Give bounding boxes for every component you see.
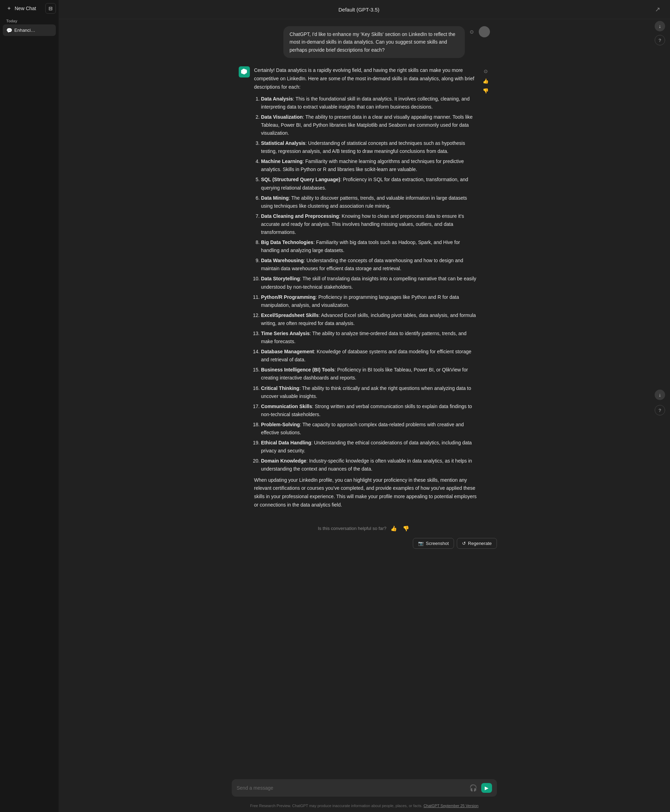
screenshot-icon: 📷 xyxy=(418,541,424,546)
skill-item-13: Time Series Analysis: The ability to ana… xyxy=(261,329,477,346)
sidebar-item-chat[interactable]: 💬 Enhancing LinkedIn D ✏ 🗑 xyxy=(3,24,56,36)
skill-item-1: Data Analysis: This is the foundational … xyxy=(261,95,477,111)
skill-item-16: Critical Thinking: The ability to think … xyxy=(261,384,477,400)
skill-item-6: Data Mining: The ability to discover pat… xyxy=(261,194,477,210)
action-buttons-row: 📷 Screenshot ↺ Regenerate xyxy=(225,536,504,553)
input-box: 🎧 ▶ xyxy=(232,779,497,797)
sidebar-toggle-icon: ⊟ xyxy=(49,5,53,11)
helpful-thumbs-down[interactable]: 👎 xyxy=(401,525,411,532)
skill-item-7: Data Cleaning and Preprocessing: Knowing… xyxy=(261,212,477,236)
screenshot-button[interactable]: 📷 Screenshot xyxy=(413,538,454,549)
user-message-content: ChatGPT, I'd like to enhance my 'Key Ski… xyxy=(283,26,465,58)
sidebar: + New Chat ⊟ Today 💬 Enhancing LinkedIn … xyxy=(0,0,59,812)
skill-item-8: Big Data Technologies: Familiarity with … xyxy=(261,239,477,254)
new-chat-button[interactable]: + New Chat xyxy=(3,3,44,14)
thumbs-up-button[interactable]: 👍 xyxy=(481,77,490,85)
skill-item-11: Python/R Programming: Proficiency in pro… xyxy=(261,293,477,309)
footer-link[interactable]: ChatGPT September 25 Version xyxy=(424,804,479,808)
header: Default (GPT-3.5) ↗ xyxy=(59,0,670,19)
assistant-message: Certainly! Data analytics is a rapidly e… xyxy=(232,66,497,513)
skill-item-14: Database Management: Knowledge of databa… xyxy=(261,348,477,364)
regenerate-label: Regenerate xyxy=(468,541,492,546)
new-chat-label: New Chat xyxy=(15,5,36,11)
skills-list: Data Analysis: This is the foundational … xyxy=(254,95,477,473)
assistant-outro: When updating your LinkedIn profile, you… xyxy=(254,476,477,509)
skill-item-20: Domain Knowledge: Industry-specific know… xyxy=(261,457,477,473)
skill-item-17: Communication Skills: Strong written and… xyxy=(261,402,477,419)
skill-item-9: Data Warehousing: Understanding the conc… xyxy=(261,257,477,273)
assistant-avatar xyxy=(239,66,250,78)
assistant-text-content: Certainly! Data analytics is a rapidly e… xyxy=(254,66,477,513)
helpful-bar: Is this conversation helpful so far? 👍 👎 xyxy=(59,521,670,536)
model-title: Default (GPT-3.5) xyxy=(338,7,380,13)
footer-text: Free Research Preview. ChatGPT may produ… xyxy=(250,804,423,808)
send-button[interactable]: ▶ xyxy=(481,783,492,793)
share-button[interactable]: ↗ xyxy=(652,4,663,15)
user-avatar xyxy=(479,26,490,37)
footer: Free Research Preview. ChatGPT may produ… xyxy=(59,802,670,812)
skill-item-5: SQL (Structured Query Language): Profici… xyxy=(261,176,477,192)
today-label: Today xyxy=(3,17,56,24)
messages-container[interactable]: ChatGPT, I'd like to enhance my 'Key Ski… xyxy=(59,19,670,776)
assistant-intro: Certainly! Data analytics is a rapidly e… xyxy=(254,66,477,91)
regenerate-icon: ↺ xyxy=(462,541,466,546)
copy-user-msg-button[interactable]: ⊙ xyxy=(468,27,475,36)
skill-item-18: Problem-Solving: The capacity to approac… xyxy=(261,420,477,437)
user-message-text: ChatGPT, I'd like to enhance my 'Key Ski… xyxy=(289,31,455,53)
helpful-thumbs-up[interactable]: 👍 xyxy=(389,525,399,532)
share-icon: ↗ xyxy=(655,6,660,13)
skill-item-2: Data Visualization: The ability to prese… xyxy=(261,113,477,137)
main-content: Default (GPT-3.5) ↗ ChatGPT, I'd like to… xyxy=(59,0,670,812)
skill-item-10: Data Storytelling: The skill of translat… xyxy=(261,275,477,291)
voice-icon: 🎧 xyxy=(469,784,477,792)
message-input[interactable] xyxy=(237,785,465,791)
skill-item-15: Business Intelligence (BI) Tools: Profic… xyxy=(261,366,477,382)
thumbs-down-button[interactable]: 👎 xyxy=(481,86,490,95)
voice-input-button[interactable]: 🎧 xyxy=(468,783,479,793)
sidebar-toggle-button[interactable]: ⊟ xyxy=(46,3,56,14)
plus-icon: + xyxy=(6,5,12,11)
skill-item-12: Excel/Spreadsheet Skills: Advanced Excel… xyxy=(261,311,477,327)
send-icon: ▶ xyxy=(485,785,489,791)
chat-icon: 💬 xyxy=(6,27,12,33)
delete-chat-button[interactable]: 🗑 xyxy=(46,27,52,34)
user-message: ChatGPT, I'd like to enhance my 'Key Ski… xyxy=(232,26,497,58)
helpful-text: Is this conversation helpful so far? xyxy=(318,526,387,531)
input-area: 🎧 ▶ xyxy=(225,776,504,802)
help-button-top[interactable]: ? xyxy=(655,35,665,46)
skill-item-3: Statistical Analysis: Understanding of s… xyxy=(261,139,477,155)
new-chat-row: + New Chat ⊟ xyxy=(3,3,56,14)
skill-item-4: Machine Learning: Familiarity with machi… xyxy=(261,158,477,173)
copy-assistant-msg-button[interactable]: ⊙ xyxy=(481,67,490,75)
scroll-down-button-top[interactable]: ↓ xyxy=(655,21,665,31)
regenerate-button[interactable]: ↺ Regenerate xyxy=(457,538,497,549)
edit-chat-button[interactable]: ✏ xyxy=(40,27,45,34)
screenshot-label: Screenshot xyxy=(426,541,449,546)
chat-item-label: Enhancing LinkedIn D xyxy=(14,27,38,33)
skill-item-19: Ethical Data Handling: Understanding the… xyxy=(261,439,477,455)
